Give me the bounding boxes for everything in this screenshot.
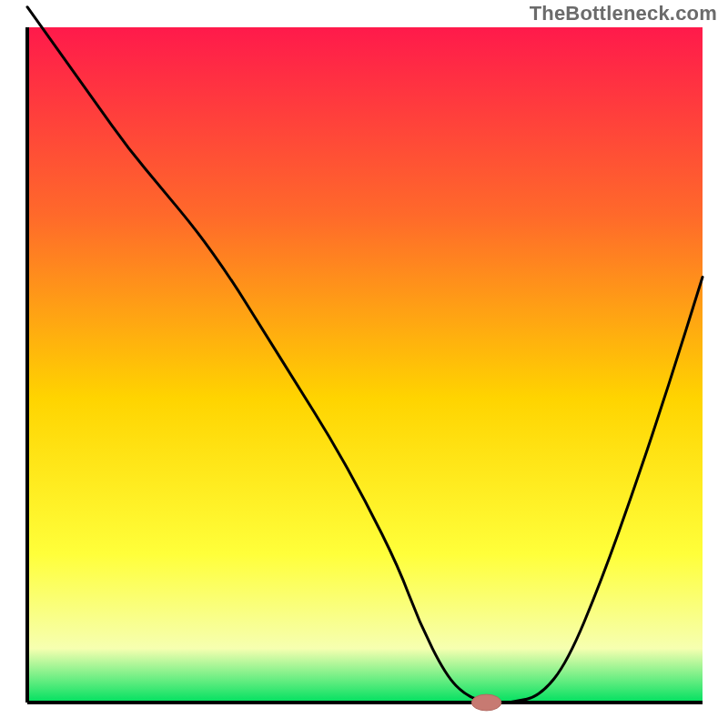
watermark-text: TheBottleneck.com <box>530 2 717 25</box>
bottleneck-chart <box>0 0 728 728</box>
chart-container: TheBottleneck.com <box>0 0 728 728</box>
optimal-point-marker <box>471 694 501 711</box>
plot-background <box>27 27 703 703</box>
